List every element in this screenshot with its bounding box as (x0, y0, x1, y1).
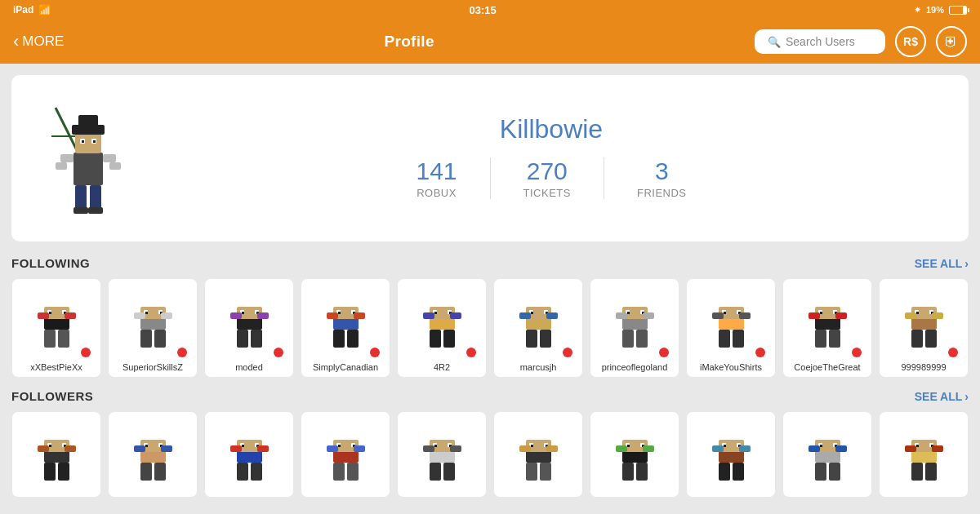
stats-row: 141 ROBUX 270 Tickets 3 Friends (154, 157, 949, 199)
svg-rect-4 (103, 154, 116, 162)
svg-rect-35 (161, 312, 172, 319)
followers-users-row (11, 411, 969, 498)
following-chevron-icon: › (964, 257, 969, 270)
follower-user-card[interactable] (108, 411, 198, 498)
svg-rect-192 (724, 445, 726, 447)
status-right: ✴ 19% (914, 5, 967, 16)
following-see-all[interactable]: SEE ALL › (915, 257, 969, 270)
svg-rect-86 (622, 330, 634, 348)
user-name-label: 4R2 (403, 362, 481, 372)
svg-rect-10 (82, 140, 84, 143)
svg-rect-55 (354, 312, 365, 319)
back-button[interactable]: ‹ MORE (13, 31, 64, 52)
user-avatar (310, 286, 381, 359)
stat-robux: 141 ROBUX (383, 157, 490, 199)
following-user-card[interactable]: SimplyCanadian (301, 278, 390, 378)
follower-user-card[interactable] (301, 411, 390, 498)
svg-rect-13 (78, 115, 98, 126)
svg-rect-182 (627, 445, 630, 447)
svg-rect-175 (546, 445, 558, 452)
follower-user-card[interactable] (590, 411, 679, 498)
main-content: Killbowie 141 ROBUX 270 Tickets 3 Friend… (0, 64, 980, 514)
svg-rect-75 (546, 312, 558, 319)
user-name-label: xXBestPieXx (17, 362, 96, 372)
following-user-card[interactable]: moded (204, 278, 294, 378)
svg-rect-134 (134, 445, 145, 452)
following-title: FOLLOWING (11, 256, 90, 270)
svg-rect-3 (60, 154, 74, 162)
tickets-label: Tickets (523, 187, 571, 199)
following-user-card[interactable]: 4R2 (397, 278, 487, 378)
follower-avatar (213, 419, 285, 492)
user-avatar (599, 286, 670, 359)
bluetooth-icon: ✴ (914, 5, 921, 16)
following-user-card[interactable]: CoejoeTheGreat (782, 278, 872, 378)
follower-avatar (502, 419, 574, 492)
svg-rect-77 (540, 330, 551, 348)
follower-user-card[interactable] (879, 411, 969, 498)
svg-rect-126 (44, 463, 56, 481)
online-indicator (659, 348, 669, 357)
svg-rect-27 (58, 330, 69, 348)
svg-rect-166 (430, 463, 441, 481)
followers-title: FOLLOWERS (11, 389, 93, 403)
svg-rect-115 (932, 312, 943, 319)
robux-button[interactable]: R$ (895, 26, 926, 57)
avatar-area (31, 91, 145, 222)
svg-rect-202 (820, 445, 822, 447)
svg-rect-165 (450, 445, 461, 452)
followers-see-all[interactable]: SEE ALL › (915, 390, 969, 403)
shield-button[interactable]: ⛨ (936, 26, 967, 57)
following-user-card[interactable]: 999989999 (879, 278, 969, 378)
svg-rect-117 (925, 330, 937, 348)
svg-rect-142 (242, 445, 244, 447)
svg-rect-132 (145, 445, 148, 447)
follower-avatar (20, 419, 92, 492)
user-avatar (20, 286, 92, 359)
followers-see-all-label: SEE ALL (915, 390, 963, 403)
svg-rect-15 (90, 185, 101, 210)
following-user-card[interactable]: SuperiorSkillsZ (108, 278, 198, 378)
following-user-card[interactable]: iMakeYouShirts (686, 278, 776, 378)
svg-rect-137 (154, 463, 166, 481)
user-avatar (406, 286, 478, 359)
follower-user-card[interactable] (493, 411, 583, 498)
svg-rect-147 (251, 463, 262, 481)
follower-user-card[interactable] (11, 411, 101, 498)
svg-rect-107 (829, 330, 840, 348)
user-name-label: 999989999 (884, 362, 963, 372)
online-indicator (274, 348, 283, 357)
follower-user-card[interactable] (782, 411, 872, 498)
svg-rect-214 (905, 445, 916, 452)
user-avatar (502, 286, 574, 359)
search-users-button[interactable]: 🔍 Search Users (755, 29, 885, 54)
svg-rect-62 (434, 312, 437, 314)
following-user-card[interactable]: xXBestPieXx (11, 278, 101, 378)
following-user-card[interactable]: marcusjh (493, 278, 583, 378)
online-indicator (177, 348, 187, 357)
svg-rect-215 (932, 445, 943, 452)
follower-user-card[interactable] (204, 411, 294, 498)
user-name-label: iMakeYouShirts (692, 362, 770, 372)
svg-rect-34 (134, 312, 145, 319)
follower-user-card[interactable] (686, 411, 776, 498)
follower-avatar (117, 419, 189, 492)
svg-rect-92 (724, 312, 726, 314)
svg-rect-185 (643, 445, 654, 452)
svg-rect-94 (712, 312, 724, 319)
user-name-label: SuperiorSkillsZ (114, 362, 192, 372)
search-icon: 🔍 (768, 36, 781, 48)
svg-rect-164 (423, 445, 434, 452)
svg-rect-197 (733, 463, 744, 481)
svg-rect-177 (540, 463, 551, 481)
following-user-card[interactable]: princeoflegoland (590, 278, 679, 378)
svg-rect-37 (154, 330, 166, 348)
user-name-label: moded (210, 362, 288, 372)
svg-rect-194 (712, 445, 724, 452)
svg-rect-176 (526, 463, 537, 481)
svg-rect-146 (237, 463, 248, 481)
svg-rect-106 (815, 330, 826, 348)
follower-user-card[interactable] (397, 411, 487, 498)
follower-avatar (888, 419, 960, 492)
svg-rect-204 (808, 445, 820, 452)
